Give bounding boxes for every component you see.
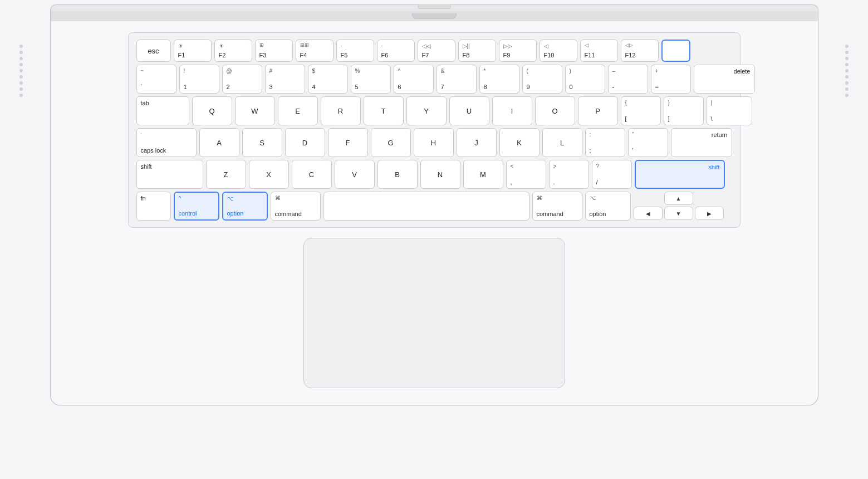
key-fn[interactable]: fn <box>136 192 171 221</box>
key-comma[interactable]: < , <box>506 160 546 189</box>
key-d[interactable]: D <box>285 128 325 157</box>
laptop-top-bar <box>50 4 818 11</box>
key-option-left[interactable]: ⌥ option <box>222 192 268 221</box>
key-4[interactable]: $ 4 <box>308 65 348 94</box>
arrow-key-cluster: ▲ ◀ ▼ ▶ <box>634 192 724 221</box>
key-command-right[interactable]: ⌘ command <box>532 192 582 221</box>
key-arrow-left[interactable]: ◀ <box>634 207 663 220</box>
fn-key-row: esc ☀ F1 ☀ F2 ⊞ F3 ⊞⊞ F4 <box>136 40 732 62</box>
key-e[interactable]: E <box>278 96 318 125</box>
key-i[interactable]: I <box>492 96 532 125</box>
key-u[interactable]: U <box>449 96 489 125</box>
key-y[interactable]: Y <box>406 96 447 125</box>
key-3[interactable]: # 3 <box>265 65 305 94</box>
key-slash[interactable]: ? / <box>592 160 632 189</box>
key-f4[interactable]: ⊞⊞ F4 <box>296 40 334 62</box>
key-j[interactable]: J <box>457 128 497 157</box>
key-delete[interactable]: delete <box>694 65 755 94</box>
trackpad[interactable] <box>303 238 565 388</box>
key-n[interactable]: N <box>420 160 460 189</box>
key-q[interactable]: Q <box>192 96 232 125</box>
key-bracket-close[interactable]: } ] <box>664 96 704 125</box>
key-tab[interactable]: tab <box>136 96 189 125</box>
key-minus[interactable]: – - <box>608 65 648 94</box>
key-f[interactable]: F <box>328 128 368 157</box>
key-2[interactable]: @ 2 <box>222 65 262 94</box>
key-backslash[interactable]: | \ <box>707 96 752 125</box>
key-esc-label: esc <box>141 43 166 58</box>
number-key-row: ~ ` ! 1 @ 2 # 3 $ 4 <box>136 65 732 94</box>
key-option-right[interactable]: ⌥ option <box>585 192 631 221</box>
key-command-left[interactable]: ⌘ command <box>271 192 321 221</box>
key-5[interactable]: % 5 <box>351 65 391 94</box>
key-caps-lock[interactable]: · caps lock <box>136 128 197 157</box>
key-f3[interactable]: ⊞ F3 <box>255 40 293 62</box>
key-1[interactable]: ! 1 <box>179 65 219 94</box>
bottom-key-row: fn ^ control ⌥ option ⌘ command <box>136 192 732 221</box>
key-control[interactable]: ^ control <box>174 192 219 221</box>
key-tilde[interactable]: ~ ` <box>136 65 176 94</box>
key-f7[interactable]: ◁◁ F7 <box>418 40 455 62</box>
key-h[interactable]: H <box>414 128 454 157</box>
key-f10[interactable]: ◁ F10 <box>540 40 577 62</box>
key-7[interactable]: & 7 <box>437 65 477 94</box>
key-f2[interactable]: ☀ F2 <box>214 40 252 62</box>
zxcv-key-row: shift Z X C V B N M < , > . ? <box>136 160 732 189</box>
key-t[interactable]: T <box>364 96 404 125</box>
key-z[interactable]: Z <box>206 160 246 189</box>
key-f8[interactable]: ▷|| F8 <box>458 40 496 62</box>
key-semicolon[interactable]: : ; <box>585 128 625 157</box>
camera-notch <box>412 13 457 19</box>
key-8[interactable]: * 8 <box>479 65 519 94</box>
key-s[interactable]: S <box>242 128 282 157</box>
key-quote[interactable]: " ' <box>628 128 668 157</box>
key-f6[interactable]: · F6 <box>377 40 415 62</box>
key-g[interactable]: G <box>371 128 411 157</box>
key-f1[interactable]: ☀ F1 <box>174 40 212 62</box>
key-power[interactable] <box>661 40 690 62</box>
qwerty-key-row: tab Q W E R T Y U I O P { [ } ] <box>136 96 732 125</box>
key-k[interactable]: K <box>499 128 540 157</box>
key-x[interactable]: X <box>249 160 289 189</box>
key-bracket-open[interactable]: { [ <box>621 96 661 125</box>
key-f11[interactable]: ◁ F11 <box>580 40 618 62</box>
key-b[interactable]: B <box>377 160 418 189</box>
key-shift-left[interactable]: shift <box>136 160 203 189</box>
key-p[interactable]: P <box>578 96 618 125</box>
key-shift-right[interactable]: shift <box>635 160 725 189</box>
key-o[interactable]: O <box>535 96 575 125</box>
asdf-key-row: · caps lock A S D F G H J K L : ; " ' <box>136 128 732 157</box>
key-w[interactable]: W <box>235 96 275 125</box>
key-m[interactable]: M <box>463 160 503 189</box>
key-v[interactable]: V <box>335 160 375 189</box>
key-period[interactable]: > . <box>549 160 589 189</box>
key-space[interactable] <box>323 192 529 221</box>
key-arrow-right[interactable]: ▶ <box>695 207 724 220</box>
key-a[interactable]: A <box>199 128 239 157</box>
key-equal[interactable]: + = <box>651 65 691 94</box>
key-f5[interactable]: · F5 <box>336 40 374 62</box>
keyboard: esc ☀ F1 ☀ F2 ⊞ F3 ⊞⊞ F4 <box>128 32 741 228</box>
laptop-outer: esc ☀ F1 ☀ F2 ⊞ F3 ⊞⊞ F4 <box>0 0 868 479</box>
key-arrow-up[interactable]: ▲ <box>664 192 693 205</box>
key-0[interactable]: ) 0 <box>565 65 605 94</box>
key-arrow-down[interactable]: ▼ <box>664 207 693 220</box>
key-c[interactable]: C <box>292 160 332 189</box>
key-r[interactable]: R <box>321 96 361 125</box>
key-9[interactable]: ( 9 <box>522 65 562 94</box>
key-f12[interactable]: ◁▷ F12 <box>621 40 659 62</box>
key-return[interactable]: return <box>671 128 732 157</box>
laptop-hinge <box>50 11 818 21</box>
key-l[interactable]: L <box>542 128 582 157</box>
laptop-body: esc ☀ F1 ☀ F2 ⊞ F3 ⊞⊞ F4 <box>50 21 818 405</box>
key-6[interactable]: ^ 6 <box>394 65 434 94</box>
key-f9[interactable]: ▷▷ F9 <box>499 40 537 62</box>
key-esc[interactable]: esc <box>136 40 171 62</box>
